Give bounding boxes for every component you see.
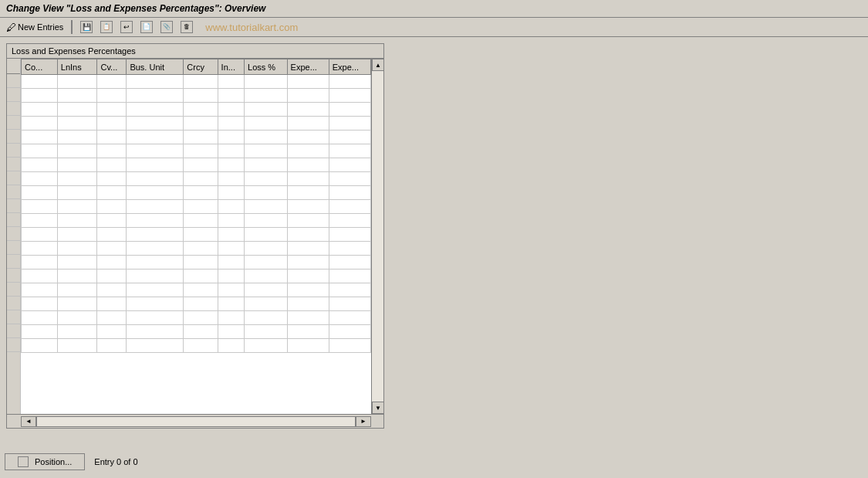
table-cell[interactable] — [218, 283, 244, 297]
table-cell[interactable] — [329, 131, 370, 144]
table-cell[interactable] — [245, 131, 288, 144]
row-selector-10[interactable] — [7, 199, 20, 213]
table-row[interactable] — [22, 103, 371, 117]
table-cell[interactable] — [218, 75, 244, 89]
table-cell[interactable] — [97, 283, 127, 297]
table-cell[interactable] — [184, 283, 218, 297]
table-cell[interactable] — [57, 89, 97, 103]
table-cell[interactable] — [287, 75, 329, 89]
table-cell[interactable] — [22, 158, 58, 172]
row-selector-9[interactable] — [7, 185, 20, 199]
table-cell[interactable] — [245, 214, 288, 228]
table-cell[interactable] — [22, 283, 58, 297]
table-cell[interactable] — [22, 228, 58, 242]
table-cell[interactable] — [218, 270, 244, 283]
table-cell[interactable] — [22, 89, 58, 103]
row-selector-6[interactable] — [7, 144, 20, 158]
table-row[interactable] — [22, 144, 371, 158]
table-cell[interactable] — [329, 283, 370, 297]
row-selector-14[interactable] — [7, 255, 20, 269]
table-cell[interactable] — [287, 103, 329, 117]
table-cell[interactable] — [287, 311, 329, 325]
table-row[interactable] — [22, 186, 371, 200]
table-cell[interactable] — [218, 172, 244, 186]
table-cell[interactable] — [287, 270, 329, 283]
col-header-co[interactable]: Co... — [22, 59, 58, 75]
table-cell[interactable] — [127, 144, 184, 158]
table-row[interactable] — [22, 283, 371, 297]
new-entries-button[interactable]: 🖊 New Entries — [5, 21, 65, 34]
table-cell[interactable] — [218, 297, 244, 311]
table-row[interactable] — [22, 311, 371, 325]
table-cell[interactable] — [97, 270, 127, 283]
scroll-track[interactable] — [372, 71, 383, 402]
table-cell[interactable] — [329, 103, 370, 117]
col-header-cv[interactable]: Cv... — [97, 59, 127, 75]
table-cell[interactable] — [245, 103, 288, 117]
table-cell[interactable] — [218, 131, 244, 144]
table-row[interactable] — [22, 117, 371, 131]
save-as-button[interactable]: 📋 — [99, 20, 114, 34]
table-cell[interactable] — [127, 131, 184, 144]
table-cell[interactable] — [329, 75, 370, 89]
table-cell[interactable] — [287, 172, 329, 186]
scroll-down-button[interactable]: ▼ — [372, 402, 384, 414]
table-cell[interactable] — [218, 242, 244, 256]
table-cell[interactable] — [329, 270, 370, 283]
table-cell[interactable] — [22, 297, 58, 311]
table-cell[interactable] — [329, 297, 370, 311]
table-cell[interactable] — [97, 325, 127, 339]
table-cell[interactable] — [329, 172, 370, 186]
table-cell[interactable] — [329, 242, 370, 256]
table-cell[interactable] — [127, 283, 184, 297]
row-selector-17[interactable] — [7, 297, 20, 310]
table-cell[interactable] — [22, 75, 58, 89]
table-cell[interactable] — [57, 228, 97, 242]
row-selector-5[interactable] — [7, 130, 20, 144]
table-cell[interactable] — [57, 158, 97, 172]
table-cell[interactable] — [329, 325, 370, 339]
table-cell[interactable] — [329, 144, 370, 158]
table-cell[interactable] — [218, 214, 244, 228]
table-cell[interactable] — [57, 131, 97, 144]
table-cell[interactable] — [184, 228, 218, 242]
hscroll-right-button[interactable]: ► — [356, 416, 371, 427]
table-cell[interactable] — [329, 256, 370, 270]
table-cell[interactable] — [22, 242, 58, 256]
col-header-expe1[interactable]: Expe... — [287, 59, 329, 75]
table-cell[interactable] — [287, 200, 329, 214]
row-selector-11[interactable] — [7, 213, 20, 227]
table-cell[interactable] — [22, 311, 58, 325]
row-selector-3[interactable] — [7, 102, 20, 116]
table-cell[interactable] — [22, 200, 58, 214]
table-cell[interactable] — [184, 103, 218, 117]
table-cell[interactable] — [127, 89, 184, 103]
table-cell[interactable] — [184, 144, 218, 158]
table-cell[interactable] — [97, 311, 127, 325]
col-header-in[interactable]: In... — [218, 59, 244, 75]
table-cell[interactable] — [184, 242, 218, 256]
table-cell[interactable] — [245, 89, 288, 103]
table-cell[interactable] — [245, 256, 288, 270]
table-cell[interactable] — [287, 228, 329, 242]
row-selector-20[interactable] — [7, 338, 20, 352]
table-cell[interactable] — [287, 144, 329, 158]
table-cell[interactable] — [127, 256, 184, 270]
table-cell[interactable] — [218, 144, 244, 158]
table-cell[interactable] — [97, 228, 127, 242]
table-cell[interactable] — [184, 200, 218, 214]
table-cell[interactable] — [184, 89, 218, 103]
table-row[interactable] — [22, 89, 371, 103]
table-cell[interactable] — [245, 172, 288, 186]
table-cell[interactable] — [97, 339, 127, 353]
table-cell[interactable] — [22, 256, 58, 270]
table-cell[interactable] — [218, 325, 244, 339]
table-cell[interactable] — [184, 172, 218, 186]
col-header-crcy[interactable]: Crcy — [184, 59, 218, 75]
table-cell[interactable] — [127, 186, 184, 200]
table-cell[interactable] — [22, 117, 58, 131]
row-selector-8[interactable] — [7, 171, 20, 185]
table-cell[interactable] — [97, 158, 127, 172]
table-cell[interactable] — [184, 256, 218, 270]
table-cell[interactable] — [184, 214, 218, 228]
